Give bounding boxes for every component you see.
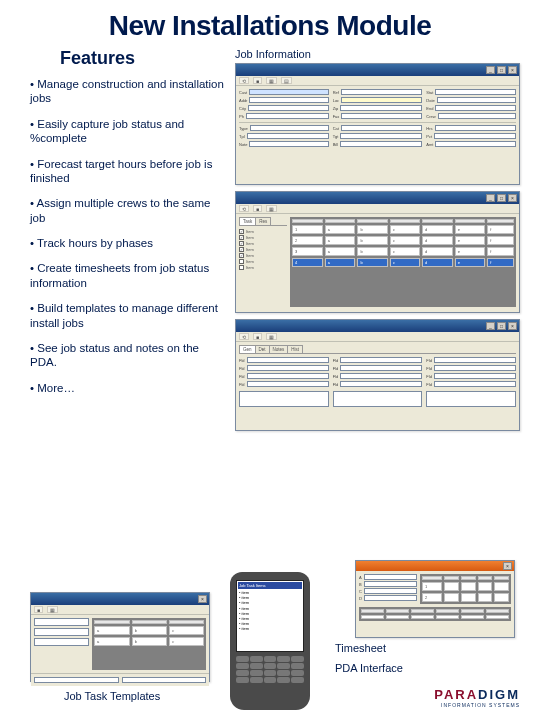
logo-text-a: PARA xyxy=(434,687,478,702)
titlebar: _ □ × xyxy=(236,320,519,332)
maximize-icon: □ xyxy=(497,66,506,74)
templates-label: Job Task Templates xyxy=(64,690,160,702)
logo: PARADIGM INFORMATION SYSTEMS xyxy=(434,687,520,708)
logo-text-b: DIGM xyxy=(478,687,520,702)
toolbar-item: ▦ xyxy=(266,77,277,84)
toolbar-item: ⟲ xyxy=(239,77,249,84)
close-icon: × xyxy=(508,322,517,330)
job-info-label: Job Information xyxy=(235,48,520,61)
pda-keypad xyxy=(236,656,304,690)
maximize-icon: □ xyxy=(497,194,506,202)
feature-item: Create timesheets from job status inform… xyxy=(30,261,225,290)
maximize-icon: □ xyxy=(497,322,506,330)
details-window: _ □ × ⟲■▦ GenDetNotesHist Fld Fld Fld Fl… xyxy=(235,319,520,431)
feature-item: Build templates to manage different inst… xyxy=(30,301,225,330)
titlebar: _ □ × xyxy=(236,64,519,76)
pda-screen: Job Task Items • item• item• item• item … xyxy=(236,580,304,652)
timesheet-window: × A B C D 1 2 xyxy=(355,560,515,638)
minimize-icon: _ xyxy=(486,66,495,74)
toolbar: ⟲■▦ xyxy=(236,332,519,342)
pda-header: Job Task Items xyxy=(238,582,302,589)
titlebar: × xyxy=(356,561,514,571)
close-icon: × xyxy=(508,66,517,74)
titlebar: _ □ × xyxy=(236,192,519,204)
toolbar-item: ■ xyxy=(253,77,262,84)
data-grid: 1abcdef 2abcdef 3abcdef 4abcdef xyxy=(290,217,516,269)
close-icon: × xyxy=(503,562,512,570)
features-heading: Features xyxy=(30,48,225,77)
pda-interface-label: PDA Interface xyxy=(335,662,403,674)
features-list: Manage construction and installation job… xyxy=(30,77,225,395)
toolbar: ⟲ ■ ▦ ▤ xyxy=(236,76,519,86)
feature-item: Easily capture job status and %complete xyxy=(30,117,225,146)
minimize-icon: _ xyxy=(486,322,495,330)
task-grid-window: _ □ × ⟲■▦ TaskRes ✓Item ✓Item ✓Item ✓Ite… xyxy=(235,191,520,313)
feature-item: More… xyxy=(30,381,225,395)
feature-item: Forecast target hours before job is fini… xyxy=(30,157,225,186)
job-info-window: _ □ × ⟲ ■ ▦ ▤ Cust Ref Stat Addr Loc Dat… xyxy=(235,63,520,185)
feature-item: Track hours by phases xyxy=(30,236,225,250)
close-icon: × xyxy=(508,194,517,202)
feature-item: Manage construction and installation job… xyxy=(30,77,225,106)
timesheet-label: Timesheet xyxy=(335,642,386,654)
templates-window: × ■▦ abc abc xyxy=(30,592,210,682)
logo-tagline: INFORMATION SYSTEMS xyxy=(434,702,520,708)
slide-title: New Installations Module xyxy=(0,0,540,48)
pda-device: Job Task Items • item• item• item• item … xyxy=(230,572,310,710)
feature-item: Assign multiple crews to the same job xyxy=(30,196,225,225)
titlebar: × xyxy=(31,593,209,605)
toolbar-item: ▤ xyxy=(281,77,292,84)
close-icon: × xyxy=(198,595,207,603)
toolbar: ⟲■▦ xyxy=(236,204,519,214)
minimize-icon: _ xyxy=(486,194,495,202)
feature-item: See job status and notes on the PDA. xyxy=(30,341,225,370)
